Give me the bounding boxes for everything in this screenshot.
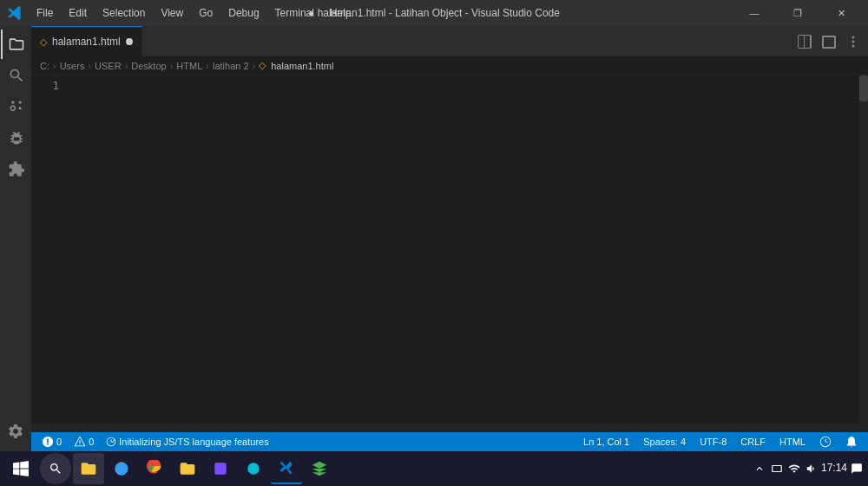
breadcrumb-sep-2: › [88,61,91,71]
taskbar-file-explorer[interactable] [73,453,104,484]
activity-source-control[interactable] [1,92,30,122]
breadcrumb: C: › Users › USER › Desktop › HTML › lat… [31,56,868,76]
breadcrumb-users[interactable]: Users [60,61,85,71]
taskbar-start[interactable] [5,453,36,484]
activity-extensions[interactable] [1,154,30,184]
menu-file[interactable]: File [30,5,60,21]
status-position[interactable]: Ln 1, Col 1 [580,432,633,451]
app1-icon [212,460,229,477]
status-line-ending[interactable]: CRLF [737,432,769,451]
status-errors[interactable]: 0 [38,432,65,451]
taskbar-clock[interactable]: 17:14 [821,462,847,476]
vscode-logo-icon [7,5,23,21]
status-language[interactable]: HTML [776,432,809,451]
breadcrumb-user[interactable]: USER [95,61,122,71]
activity-search[interactable] [1,61,30,90]
editor-layout-icon[interactable] [818,30,840,53]
taskbar-app2[interactable] [238,453,269,484]
minimize-button[interactable]: — [734,0,774,26]
vertical-scrollbar[interactable] [859,76,868,424]
more-actions-icon[interactable] [842,30,865,53]
breadcrumb-html[interactable]: HTML [176,61,202,71]
taskbar-chrome[interactable] [139,453,170,484]
notification-area-icon[interactable] [851,463,863,475]
search-icon [8,67,25,84]
tab-bar-actions [793,26,868,56]
clock-time: 17:14 [821,462,847,476]
horizontal-scrollbar[interactable] [31,424,868,432]
tab-modified-dot [126,38,133,45]
breadcrumb-sep-3: › [125,61,128,71]
tab-label: halaman1.html [52,36,121,48]
spaces-text: Spaces: 4 [643,437,686,447]
code-editor[interactable] [66,76,859,424]
chevron-tray-icon[interactable] [753,463,766,475]
taskbar-app3[interactable] [271,453,302,484]
settings-gear-icon[interactable] [1,417,30,446]
close-button[interactable]: ✕ [821,0,861,26]
source-control-icon [8,98,25,115]
volume-icon[interactable] [806,463,818,475]
breadcrumb-desktop[interactable]: Desktop [131,61,166,71]
activity-debug[interactable] [1,123,30,153]
taskbar-edge[interactable] [106,453,137,484]
taskbar-search[interactable] [40,453,71,484]
breadcrumb-sep-1: › [53,61,56,71]
restore-button[interactable]: ❒ [778,0,818,26]
warning-count: 0 [89,437,94,447]
feedback-icon [819,436,832,448]
scrollbar-thumb[interactable] [859,76,868,102]
activity-settings[interactable] [1,417,30,448]
line-numbers: 1 [31,76,66,424]
tab-file-icon: ◇ [40,36,47,48]
taskbar-app1[interactable] [205,453,236,484]
taskbar-search-icon [49,462,62,476]
menu-selection[interactable]: Selection [95,5,152,21]
files-icon [8,36,25,53]
activity-explorer[interactable] [1,30,30,59]
main-area: ◇ halaman1.html [0,26,868,451]
breadcrumb-sep-4: › [170,61,174,71]
keyboard-icon[interactable] [771,463,783,475]
position-text: Ln 1, Col 1 [583,437,629,447]
status-spaces[interactable]: Spaces: 4 [640,432,689,451]
encoding-text: UTF-8 [700,437,727,447]
svg-rect-1 [214,463,226,474]
file-tab[interactable]: ◇ halaman1.html [31,26,142,56]
status-right: Ln 1, Col 1 Spaces: 4 UTF-8 CRLF HTML [580,432,861,451]
title-bar: File Edit Selection View Go Debug Termin… [0,0,868,26]
extensions-icon [8,161,25,178]
editor-content[interactable]: 1 [31,76,868,424]
breadcrumb-sep-5: › [206,61,209,71]
activity-bar [0,26,31,451]
taskbar-tray [753,463,818,475]
breadcrumb-filename: halaman1.html [271,61,333,71]
title-bar-left: File Edit Selection View Go Debug Termin… [7,5,358,21]
network-icon[interactable] [788,463,800,475]
breadcrumb-drive[interactable]: C: [40,61,49,71]
taskbar-folder[interactable] [172,453,203,484]
menu-view[interactable]: View [154,5,190,21]
split-editor-icon[interactable] [793,30,816,53]
vscode-taskbar-icon [278,459,295,476]
status-message[interactable]: Initializing JS/TS language features [102,432,272,451]
menu-debug[interactable]: Debug [221,5,266,21]
menu-edit[interactable]: Edit [62,5,94,21]
status-notification-icon[interactable] [842,432,861,451]
chrome-icon [146,460,163,477]
breadcrumb-latihan[interactable]: latihan 2 [213,61,249,71]
language-text: HTML [779,437,806,447]
edge-icon [113,460,130,477]
status-encoding[interactable]: UTF-8 [696,432,730,451]
status-warnings[interactable]: 0 [70,432,97,451]
status-feedback-icon[interactable] [816,432,835,451]
taskbar-app4[interactable] [304,453,335,484]
window-title: ● halaman1.html - Latihan Object - Visua… [308,7,560,19]
code-line-1 [69,77,859,94]
app2-icon [245,460,262,477]
breadcrumb-file-icon: ◇ [259,60,266,71]
error-icon [42,436,54,448]
menu-go[interactable]: Go [192,5,220,21]
debug-icon [8,129,25,147]
breadcrumb-file[interactable]: ◇ halaman1.html [259,60,333,71]
